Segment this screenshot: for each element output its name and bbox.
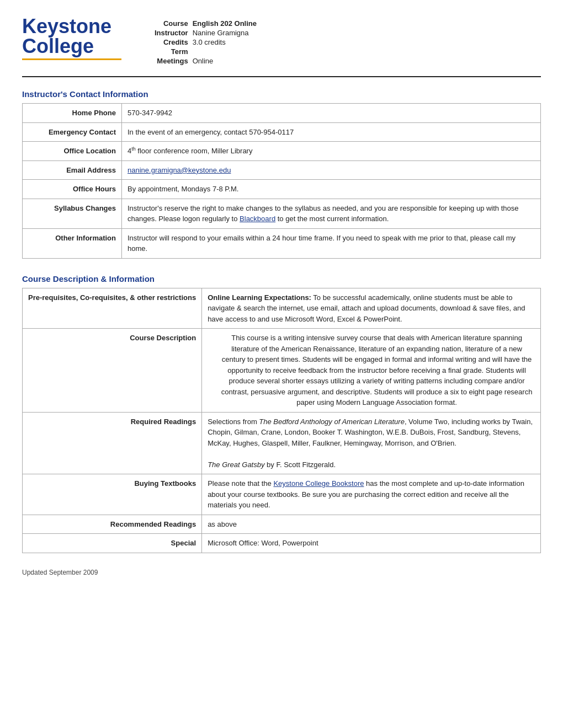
logo-area: Keystone College: [22, 17, 121, 60]
email-value: nanine.gramigna@keystone.edu: [122, 160, 541, 180]
table-row: Other Information Instructor will respon…: [23, 228, 541, 258]
credits-label: Credits: [155, 38, 188, 46]
logo: Keystone College: [22, 17, 121, 60]
bookstore-text-before: Please note that the: [208, 479, 273, 488]
bookstore-link[interactable]: Keystone College Bookstore: [273, 479, 364, 488]
other-info-value: Instructor will respond to your emails w…: [122, 228, 541, 258]
credits-value: 3.0 credits: [193, 38, 257, 46]
course-value: English 202 Online: [193, 19, 257, 28]
term-value: [193, 47, 257, 56]
instructor-label: Instructor: [155, 29, 188, 37]
course-table: Pre-requisites, Co-requisites, & other r…: [22, 288, 541, 553]
table-row: Syllabus Changes Instructor's reserve th…: [23, 199, 541, 228]
table-row: Special Microsoft Office: Word, Powerpoi…: [23, 534, 541, 553]
logo-keystone: Keystone: [22, 17, 111, 36]
table-row: Course Description This course is a writ…: [23, 329, 541, 413]
term-label: Term: [155, 47, 188, 56]
table-row: Email Address nanine.gramigna@keystone.e…: [23, 160, 541, 180]
buying-textbooks-label: Buying Textbooks: [23, 474, 202, 515]
emergency-contact-value: In the event of an emergency, contact 57…: [122, 122, 541, 142]
recommended-readings-value: as above: [202, 515, 541, 534]
table-row: Required Readings Selections from The Be…: [23, 412, 541, 474]
course-info-grid: Course English 202 Online Instructor Nan…: [155, 19, 257, 65]
table-row: Home Phone 570-347-9942: [23, 104, 541, 123]
home-phone-value: 570-347-9942: [122, 104, 541, 123]
course-heading: Course Description & Information: [22, 274, 541, 283]
footer-text: Updated September 2009: [22, 569, 541, 576]
special-value: Microsoft Office: Word, Powerpoint: [202, 534, 541, 553]
buying-textbooks-value: Please note that the Keystone College Bo…: [202, 474, 541, 515]
emergency-contact-label: Emergency Contact: [23, 122, 122, 142]
instructor-value: Nanine Gramigna: [193, 29, 257, 37]
contact-heading: Instructor's Contact Information: [22, 89, 541, 99]
table-row: Pre-requisites, Co-requisites, & other r…: [23, 288, 541, 329]
syllabus-changes-label: Syllabus Changes: [23, 199, 122, 228]
bedford-italic: The Bedford Anthology of American Litera…: [259, 417, 405, 426]
home-phone-label: Home Phone: [23, 104, 122, 123]
prereq-value: Online Learning Expectations: To be succ…: [202, 288, 541, 329]
prereq-label: Pre-requisites, Co-requisites, & other r…: [23, 288, 202, 329]
gatsby-author: by F. Scott Fitzgerald.: [264, 461, 336, 469]
table-row: Office Hours By appointment, Mondays 7-8…: [23, 180, 541, 199]
logo-college: College: [22, 36, 94, 56]
online-expectations-bold: Online Learning Expectations:: [208, 293, 311, 302]
header-divider: [22, 76, 541, 77]
course-label: Course: [155, 19, 188, 28]
recommended-readings-label: Recommended Readings: [23, 515, 202, 534]
table-row: Recommended Readings as above: [23, 515, 541, 534]
syllabus-changes-value: Instructor's reserve the right to make c…: [122, 199, 541, 228]
meetings-value: Online: [193, 57, 257, 65]
blackboard-link[interactable]: Blackboard: [240, 215, 275, 223]
required-readings-value: Selections from The Bedford Anthology of…: [202, 412, 541, 474]
contact-table: Home Phone 570-347-9942 Emergency Contac…: [22, 103, 541, 259]
logo-underline: [22, 58, 121, 60]
meetings-label: Meetings: [155, 57, 188, 65]
office-hours-label: Office Hours: [23, 180, 122, 199]
table-row: Emergency Contact In the event of an eme…: [23, 122, 541, 142]
office-hours-value: By appointment, Mondays 7-8 P.M.: [122, 180, 541, 199]
course-desc-value: This course is a writing intensive surve…: [202, 329, 541, 413]
readings-main-text: Selections from The Bedford Anthology of…: [208, 417, 533, 447]
special-label: Special: [23, 534, 202, 553]
gatsby-text: The Great Gatsby: [208, 461, 264, 469]
other-info-label: Other Information: [23, 228, 122, 258]
email-link[interactable]: nanine.gramigna@keystone.edu: [128, 166, 231, 174]
table-row: Office Location 4th floor conference roo…: [23, 142, 541, 161]
page-header: Keystone College Course English 202 Onli…: [22, 17, 541, 65]
email-label: Email Address: [23, 160, 122, 180]
office-location-value: 4th floor conference room, Miller Librar…: [122, 142, 541, 161]
table-row: Buying Textbooks Please note that the Ke…: [23, 474, 541, 515]
required-readings-label: Required Readings: [23, 412, 202, 474]
office-location-label: Office Location: [23, 142, 122, 161]
course-desc-label: Course Description: [23, 329, 202, 413]
